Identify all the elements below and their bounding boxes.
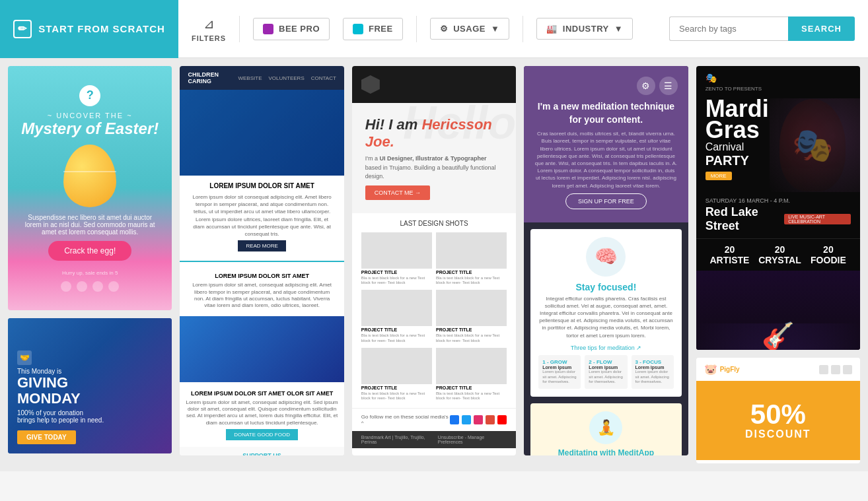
donate-food-btn[interactable]: DONATE GOOD FOOD [226,429,298,440]
med-desc: Cras laoreet duis, mollis ultrices sit, … [534,130,677,189]
section2-title: LOREM IPSUM DOLOR SIT AMET [189,273,334,279]
stat-artists: 20 ARTISTE [705,244,754,265]
gallery-col-4: ⚙ ☰ I'm a new meditation techniquefor yo… [524,66,688,463]
shot-5-title: PROJECT TITLE [361,385,432,390]
signup-btn[interactable]: SIGN UP FOR FREE [565,193,647,209]
med-title: I'm a new meditation techniquefor your c… [534,100,677,126]
carnival-text: Carnival [705,141,851,153]
start-from-scratch-button[interactable]: ✏ START FROM SCRATCH [0,0,178,58]
mardi-header: 🎭 ZENTO TO PRESENTS [696,66,860,98]
ig-icon[interactable] [474,415,483,424]
nav-website[interactable]: WEBSITE [238,75,262,81]
stat-foodies-num: 20 FOODIE [806,244,851,265]
party-text: PARTY [705,153,851,168]
tip-3-num: 3 - FOCUS [635,359,670,365]
shot-2-image [436,232,507,269]
section-3: LOREM IPSUM DOLOR SIT AMET OLOR SIT AMET… [180,382,344,448]
pigfly-card[interactable]: 🐷 PigFly 50% DISCOUNT [696,358,860,463]
shot-1: PROJECT TITLE Bla is text black block fo… [361,232,432,286]
shot-1-desc: Bla is text black block for a new Text b… [361,276,432,286]
shot-5-desc: Bla is text black block for a new Text b… [361,391,432,402]
giving-icon: 🤝 [17,351,32,365]
children-nav: WEBSITE VOLUNTEERS CONTACT [238,75,336,81]
children-caring-card[interactable]: CHILDRENCARING WEBSITE VOLUNTEERS CONTAC… [180,66,344,455]
free-filter-button[interactable]: FREE [343,18,403,40]
shots-section: LAST DESIGN SHOTS PROJECT TITLE Bla is t… [352,213,516,409]
shots-title: LAST DESIGN SHOTS [361,220,507,227]
hi-text: Hi! I am Hericsson Joe. [365,116,503,150]
read-more-btn[interactable]: READ MORE [238,240,285,251]
gallery-col-5: 🎭 ZENTO TO PRESENTS 🎭 MardiGras Carnival… [696,66,860,463]
contact-me-btn[interactable]: CONTACT ME → [365,185,430,200]
stats-row: 20 ARTISTE 20 CRYSTAL 20 FOODIE [696,238,860,271]
mardi-performance-image: 🎸 [696,271,860,350]
usage-dropdown-button[interactable]: ⚙ USAGE ▼ [430,18,510,40]
shot-3: PROJECT TITLE Bla is text black block fo… [361,290,432,344]
search-btn-label: SEARCH [801,24,842,34]
yt-icon[interactable] [497,415,507,424]
shot-1-image [361,232,432,269]
tip-2-num: 2 - FLOW [589,359,623,365]
this-monday-label: This Monday is [17,368,163,375]
meditation-card[interactable]: ⚙ ☰ I'm a new meditation techniquefor yo… [524,66,688,455]
divider-2 [416,16,417,42]
pigfly-name: PigFly [720,366,740,373]
performance-icon: 🎸 [762,321,795,350]
support-section: SUPPORT US CALENDAR Lorem ipsum dolor si… [180,447,344,455]
fb-icon[interactable] [450,415,459,424]
filters-bar: ⊿ FILTERS BEE PRO FREE ⚙ USAGE ▼ 🏭 INDUS… [178,0,868,57]
search-input[interactable] [669,17,788,41]
shots-row-2: PROJECT TITLE Bla is text black block fo… [361,290,507,344]
bee-pro-filter-button[interactable]: BEE PRO [253,18,330,40]
industry-icon: 🏭 [546,24,558,34]
designer-top [352,66,516,103]
give-today-btn[interactable]: GIVE TODAY [17,430,76,444]
tip-3: 3 - FOCUS Lorem ipsum Lorem ipsum dolor … [632,355,674,389]
stat-foodies: 20 FOODIE [806,244,851,265]
section-2: LOREM IPSUM DOLOR SIT AMET Lorem ipsum d… [180,262,344,316]
free-color-box [353,24,363,34]
twitter-icon [77,281,87,292]
filters-button[interactable]: ⊿ FILTERS [192,16,226,42]
divider-3 [523,16,523,42]
search-area: SEARCH [669,17,855,41]
industry-dropdown-button[interactable]: 🏭 INDUSTRY ▼ [536,18,633,40]
pinterest-icon [108,281,119,292]
mardi-title: MardiGras [705,98,851,141]
gp-icon[interactable] [486,415,495,424]
pigfly-social [819,365,852,374]
usage-chevron-icon: ▼ [491,24,499,34]
discount-section: 50% DISCOUNT [696,381,860,460]
tips-grid: 1 - GROW Lorem ipsum Lorem ipsum dolor s… [538,355,673,389]
live-badge: LIVE MUSIC-ART CELEBRATION [784,214,851,224]
crack-btn[interactable]: Crack the egg! [48,241,131,261]
facebook-icon [61,281,71,292]
uncover-text: ~ UNCOVER THE ~ [48,112,133,119]
question-badge: ? [79,85,100,106]
easter-card[interactable]: ? ~ UNCOVER THE ~ Mystery of Easter! Sus… [8,66,172,310]
section-1: LOREM IPSUM DOLOR SIT AMET Lorem ipsum d… [180,176,344,261]
designer-desc: I'm a UI Designer, Illustrator & Typogra… [365,154,503,182]
pigfly-header: 🐷 PigFly [696,358,860,381]
search-button[interactable]: SEARCH [788,17,855,41]
tw-icon[interactable] [462,415,471,424]
nav-contact[interactable]: CONTACT [311,75,336,81]
mardi-gras-card[interactable]: 🎭 ZENTO TO PRESENTS 🎭 MardiGras Carnival… [696,66,860,350]
instagram-icon [92,281,103,292]
stat-crystal: 20 CRYSTAL [754,244,805,265]
shot-6: PROJECT TITLE Bla is text black block fo… [436,348,507,402]
mardi-body: 🎭 MardiGras Carnival PARTY MORE [696,98,860,192]
event-date: SATURDAY 16 MARCH - 4 P.M. [705,197,851,204]
shot-6-desc: Bla is text black block for a new Text b… [436,391,507,402]
section3-text: Lorem ipsum dolor sit amet, consequat ad… [184,399,340,427]
shot-3-title: PROJECT TITLE [361,327,432,332]
giving-monday-card[interactable]: 🤝 This Monday is GIVINGMONDAY 100% of yo… [8,318,172,453]
nav-volunteers[interactable]: VOLUNTEERS [269,75,305,81]
filters-label: FILTERS [192,34,226,42]
footer-text: Brandmark Art | Trujillo, Trujillo, Peri… [361,435,438,444]
medit-title: Meditating with MeditApp [538,448,673,455]
tip-1-num: 1 - GROW [542,359,577,365]
focused-title: Stay focused! [538,282,673,292]
designer-card[interactable]: Hello Hi! I am Hericsson Joe. I'm a UI D… [352,66,516,455]
gallery-col-2: CHILDRENCARING WEBSITE VOLUNTEERS CONTAC… [180,66,344,463]
